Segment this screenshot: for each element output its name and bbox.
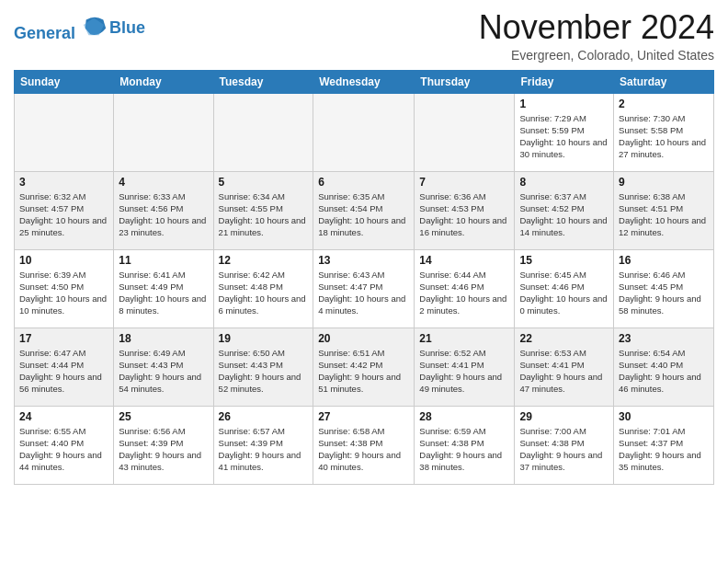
day-detail: Sunrise: 6:52 AMSunset: 4:41 PMDaylight:… xyxy=(419,347,509,396)
calendar-cell xyxy=(114,93,213,171)
day-number: 15 xyxy=(519,254,609,267)
day-detail: Sunrise: 7:00 AMSunset: 4:38 PMDaylight:… xyxy=(519,425,609,474)
day-detail: Sunrise: 7:29 AMSunset: 5:59 PMDaylight:… xyxy=(519,112,609,161)
day-number: 2 xyxy=(619,98,709,110)
day-number: 18 xyxy=(119,332,208,345)
week-row-4: 24 Sunrise: 6:55 AMSunset: 4:40 PMDaylig… xyxy=(15,406,714,484)
col-saturday: Saturday xyxy=(614,70,714,93)
day-detail: Sunrise: 6:54 AMSunset: 4:40 PMDaylight:… xyxy=(619,347,709,396)
day-number: 6 xyxy=(318,176,409,189)
day-number: 23 xyxy=(619,332,709,345)
calendar-cell xyxy=(415,93,515,171)
logo: General Blue xyxy=(14,13,145,43)
logo-line2: Blue xyxy=(109,19,145,38)
day-detail: Sunrise: 6:56 AMSunset: 4:39 PMDaylight:… xyxy=(119,425,208,474)
calendar-cell: 10 Sunrise: 6:39 AMSunset: 4:50 PMDaylig… xyxy=(15,249,114,327)
col-wednesday: Wednesday xyxy=(313,70,415,93)
day-detail: Sunrise: 6:58 AMSunset: 4:38 PMDaylight:… xyxy=(318,425,409,474)
day-number: 16 xyxy=(619,254,709,267)
day-number: 26 xyxy=(219,410,309,423)
day-detail: Sunrise: 6:55 AMSunset: 4:40 PMDaylight:… xyxy=(19,425,108,474)
day-detail: Sunrise: 6:46 AMSunset: 4:45 PMDaylight:… xyxy=(619,269,709,317)
calendar-cell: 5 Sunrise: 6:34 AMSunset: 4:55 PMDayligh… xyxy=(213,171,313,249)
day-number: 29 xyxy=(519,410,609,423)
day-number: 12 xyxy=(219,254,309,267)
day-number: 27 xyxy=(318,410,409,423)
day-detail: Sunrise: 7:01 AMSunset: 4:37 PMDaylight:… xyxy=(619,425,709,474)
calendar-cell: 2 Sunrise: 7:30 AMSunset: 5:58 PMDayligh… xyxy=(614,93,714,171)
day-detail: Sunrise: 6:50 AMSunset: 4:43 PMDaylight:… xyxy=(219,347,309,396)
day-detail: Sunrise: 6:41 AMSunset: 4:49 PMDaylight:… xyxy=(119,269,208,317)
day-detail: Sunrise: 6:49 AMSunset: 4:43 PMDaylight:… xyxy=(119,347,208,396)
calendar-cell: 22 Sunrise: 6:53 AMSunset: 4:41 PMDaylig… xyxy=(515,327,614,406)
logo-text: General xyxy=(14,13,108,43)
day-detail: Sunrise: 6:33 AMSunset: 4:56 PMDaylight:… xyxy=(119,190,208,239)
day-number: 8 xyxy=(519,176,609,189)
calendar-cell: 4 Sunrise: 6:33 AMSunset: 4:56 PMDayligh… xyxy=(114,171,213,249)
day-number: 14 xyxy=(419,254,509,267)
calendar-cell: 19 Sunrise: 6:50 AMSunset: 4:43 PMDaylig… xyxy=(213,327,313,406)
day-number: 1 xyxy=(519,98,609,110)
calendar-cell: 8 Sunrise: 6:37 AMSunset: 4:52 PMDayligh… xyxy=(515,171,614,249)
calendar-cell xyxy=(313,93,415,171)
col-monday: Monday xyxy=(114,70,213,93)
day-number: 17 xyxy=(19,332,108,345)
col-tuesday: Tuesday xyxy=(213,70,313,93)
calendar-cell: 7 Sunrise: 6:36 AMSunset: 4:53 PMDayligh… xyxy=(415,171,515,249)
day-detail: Sunrise: 6:59 AMSunset: 4:38 PMDaylight:… xyxy=(419,425,509,474)
col-friday: Friday xyxy=(515,70,614,93)
day-detail: Sunrise: 6:35 AMSunset: 4:54 PMDaylight:… xyxy=(318,190,409,239)
day-number: 7 xyxy=(419,176,509,189)
header: General Blue November 2024 Evergreen, Co… xyxy=(14,9,714,63)
day-detail: Sunrise: 6:36 AMSunset: 4:53 PMDaylight:… xyxy=(419,190,509,239)
day-number: 4 xyxy=(119,176,208,189)
day-detail: Sunrise: 6:53 AMSunset: 4:41 PMDaylight:… xyxy=(519,347,609,396)
calendar-cell: 16 Sunrise: 6:46 AMSunset: 4:45 PMDaylig… xyxy=(614,249,714,327)
calendar-cell: 29 Sunrise: 7:00 AMSunset: 4:38 PMDaylig… xyxy=(515,406,614,484)
day-detail: Sunrise: 6:44 AMSunset: 4:46 PMDaylight:… xyxy=(419,269,509,317)
calendar-table: Sunday Monday Tuesday Wednesday Thursday… xyxy=(14,70,714,485)
calendar-cell: 14 Sunrise: 6:44 AMSunset: 4:46 PMDaylig… xyxy=(415,249,515,327)
calendar-cell: 15 Sunrise: 6:45 AMSunset: 4:46 PMDaylig… xyxy=(515,249,614,327)
day-number: 9 xyxy=(619,176,709,189)
day-number: 13 xyxy=(318,254,409,267)
calendar-cell: 11 Sunrise: 6:41 AMSunset: 4:49 PMDaylig… xyxy=(114,249,213,327)
day-detail: Sunrise: 6:39 AMSunset: 4:50 PMDaylight:… xyxy=(19,269,108,317)
col-sunday: Sunday xyxy=(15,70,114,93)
calendar-cell: 18 Sunrise: 6:49 AMSunset: 4:43 PMDaylig… xyxy=(114,327,213,406)
calendar-cell xyxy=(15,93,114,171)
calendar-cell: 12 Sunrise: 6:42 AMSunset: 4:48 PMDaylig… xyxy=(213,249,313,327)
week-row-0: 1 Sunrise: 7:29 AMSunset: 5:59 PMDayligh… xyxy=(15,93,714,171)
day-number: 25 xyxy=(119,410,208,423)
calendar-cell: 20 Sunrise: 6:51 AMSunset: 4:42 PMDaylig… xyxy=(313,327,415,406)
calendar-cell: 26 Sunrise: 6:57 AMSunset: 4:39 PMDaylig… xyxy=(213,406,313,484)
day-number: 20 xyxy=(318,332,409,345)
week-row-2: 10 Sunrise: 6:39 AMSunset: 4:50 PMDaylig… xyxy=(15,249,714,327)
day-number: 28 xyxy=(419,410,509,423)
day-detail: Sunrise: 6:34 AMSunset: 4:55 PMDaylight:… xyxy=(219,190,309,239)
calendar-cell: 28 Sunrise: 6:59 AMSunset: 4:38 PMDaylig… xyxy=(415,406,515,484)
day-number: 10 xyxy=(19,254,108,267)
day-detail: Sunrise: 6:57 AMSunset: 4:39 PMDaylight:… xyxy=(219,425,309,474)
logo-line1: General xyxy=(14,24,75,42)
day-number: 30 xyxy=(619,410,709,423)
calendar-cell: 1 Sunrise: 7:29 AMSunset: 5:59 PMDayligh… xyxy=(515,93,614,171)
page: General Blue November 2024 Evergreen, Co… xyxy=(0,0,728,494)
calendar-cell: 23 Sunrise: 6:54 AMSunset: 4:40 PMDaylig… xyxy=(614,327,714,406)
day-number: 5 xyxy=(219,176,309,189)
location: Evergreen, Colorado, United States xyxy=(479,48,714,63)
calendar-cell: 21 Sunrise: 6:52 AMSunset: 4:41 PMDaylig… xyxy=(415,327,515,406)
day-number: 21 xyxy=(419,332,509,345)
calendar-cell: 6 Sunrise: 6:35 AMSunset: 4:54 PMDayligh… xyxy=(313,171,415,249)
day-detail: Sunrise: 6:51 AMSunset: 4:42 PMDaylight:… xyxy=(318,347,409,396)
month-title: November 2024 xyxy=(479,9,714,46)
day-number: 22 xyxy=(519,332,609,345)
calendar-cell: 9 Sunrise: 6:38 AMSunset: 4:51 PMDayligh… xyxy=(614,171,714,249)
day-number: 11 xyxy=(119,254,208,267)
week-row-1: 3 Sunrise: 6:32 AMSunset: 4:57 PMDayligh… xyxy=(15,171,714,249)
day-detail: Sunrise: 6:38 AMSunset: 4:51 PMDaylight:… xyxy=(619,190,709,239)
col-thursday: Thursday xyxy=(415,70,515,93)
calendar-cell: 27 Sunrise: 6:58 AMSunset: 4:38 PMDaylig… xyxy=(313,406,415,484)
day-detail: Sunrise: 6:47 AMSunset: 4:44 PMDaylight:… xyxy=(19,347,108,396)
header-row: Sunday Monday Tuesday Wednesday Thursday… xyxy=(15,70,714,93)
